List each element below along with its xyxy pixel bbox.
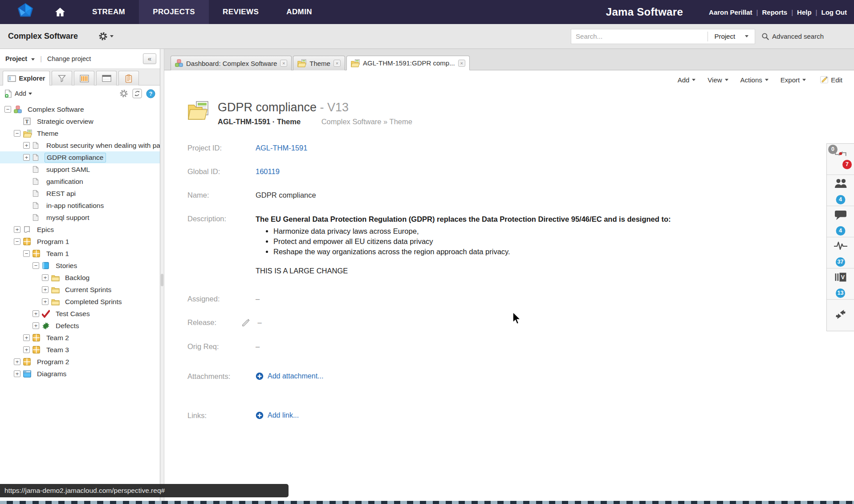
tree-settings-button[interactable] [119, 89, 128, 98]
add-link-label: Add link... [268, 411, 299, 419]
tree-item-team-3[interactable]: +Team 3 [0, 344, 160, 356]
tree-item-mysql-support[interactable]: mysql support [0, 211, 160, 224]
tree-item-label: Program 2 [35, 358, 71, 366]
actions-menu-button[interactable]: Actions [740, 76, 769, 84]
expand-expander-icon[interactable]: + [42, 286, 49, 293]
rail-connected-users-button[interactable]: 4 [827, 175, 854, 206]
user-link-help[interactable]: Help [797, 8, 812, 16]
doc-tab-theme[interactable]: Theme× [293, 56, 345, 70]
tree-item-support-saml[interactable]: support SAML [0, 163, 160, 175]
close-icon[interactable]: × [280, 60, 287, 67]
expand-expander-icon[interactable]: + [14, 370, 20, 377]
badge-count: 7 [842, 160, 852, 169]
add-button[interactable]: Add [15, 90, 26, 97]
tree-item-program-2[interactable]: +Program 2 [0, 356, 160, 368]
tree-item-label: Backlog [63, 273, 91, 282]
refresh-button[interactable] [132, 89, 142, 98]
doc-tab-dashboard-complex-software[interactable]: Dashboard: Complex Software× [171, 56, 292, 70]
home-icon[interactable] [54, 7, 66, 17]
add-link-button[interactable]: Add link... [256, 411, 299, 419]
add-menu-button[interactable]: Add [678, 76, 696, 84]
edit-release-button[interactable] [241, 318, 250, 327]
rail-versions-button[interactable]: V13 [827, 268, 854, 300]
tree-item-rest-api[interactable]: REST api [0, 187, 160, 199]
tree-item-theme[interactable]: −Theme [0, 127, 160, 139]
user-link-log-out[interactable]: Log Out [821, 8, 847, 16]
tree-item-stories[interactable]: −Stories [0, 260, 160, 272]
collapse-expander-icon[interactable]: − [14, 130, 20, 137]
expand-expander-icon[interactable]: + [23, 142, 30, 149]
tab-explorer[interactable]: Explorer [3, 71, 50, 85]
search-scope-select[interactable]: Project [708, 33, 755, 40]
tree-item-gdpr-compliance[interactable]: +GDPR compliance [0, 151, 160, 163]
nav-item-stream[interactable]: STREAM [78, 0, 139, 24]
rail-relationships-button[interactable]: 07 [827, 144, 854, 175]
close-icon[interactable]: × [458, 60, 465, 67]
expand-expander-icon[interactable]: + [23, 154, 30, 161]
expand-expander-icon[interactable]: + [33, 322, 39, 329]
tree-item-diagrams[interactable]: +Diagrams [0, 368, 160, 380]
nav-item-projects[interactable]: PROJECTS [139, 0, 209, 24]
splitter-grip[interactable] [161, 274, 163, 286]
collapse-expander-icon[interactable]: − [33, 262, 39, 269]
project-id-link[interactable]: AGL-THM-1591 [256, 144, 307, 152]
tree-item-completed-sprints[interactable]: +Completed Sprints [0, 296, 160, 308]
collapse-expander-icon[interactable]: − [23, 250, 30, 257]
tab-coverage[interactable] [74, 71, 94, 85]
nav-item-reviews[interactable]: REVIEWS [209, 0, 272, 24]
view-menu-button[interactable]: View [708, 76, 728, 84]
expand-expander-icon[interactable]: + [14, 226, 20, 233]
expand-expander-icon[interactable]: + [23, 346, 30, 353]
chevron-down-icon [110, 35, 114, 37]
doc-tab-agl-thm-1591-gdpr-comp[interactable]: AGL-THM-1591:GDPR comp...× [346, 56, 470, 70]
project-menu-button[interactable]: Project [5, 55, 35, 62]
user-link-reports[interactable]: Reports [762, 8, 788, 16]
tab-test-plans[interactable] [118, 71, 139, 85]
close-icon[interactable]: × [333, 60, 341, 67]
tree-item-program-1[interactable]: −Program 1 [0, 236, 160, 248]
project-settings-menu[interactable] [98, 32, 114, 41]
search-input[interactable] [571, 33, 708, 40]
tree-item-gamification[interactable]: gamification [0, 175, 160, 187]
svg-text:V: V [841, 274, 845, 280]
description-note: THIS IS A LARGE CHANGE [256, 267, 671, 275]
tree-item-team-1[interactable]: −Team 1 [0, 248, 160, 260]
collapse-sidebar-button[interactable]: « [143, 53, 156, 64]
tree-item-label: Diagrams [35, 370, 68, 378]
expand-expander-icon[interactable]: + [42, 274, 49, 281]
expand-expander-icon[interactable]: + [14, 358, 20, 365]
tree-item-current-sprints[interactable]: +Current Sprints [0, 284, 160, 296]
tree-item-defects[interactable]: +Defects [0, 320, 160, 332]
jama-logo-icon[interactable] [15, 2, 36, 22]
tree-item-team-2[interactable]: +Team 2 [0, 332, 160, 344]
help-button[interactable]: ? [146, 89, 155, 98]
collapse-expander-icon[interactable]: − [4, 106, 11, 113]
rail-comments-button[interactable]: 4 [827, 206, 854, 237]
tree-item-robust-security-when-dealing-with-pa[interactable]: +Robust security when dealing with pa [0, 139, 160, 151]
rail-sync-items-button[interactable] [827, 300, 854, 331]
tab-filter[interactable] [52, 71, 72, 85]
tree-item-strategic-overview[interactable]: TStrategic overview [0, 115, 160, 127]
change-project-button[interactable]: Change project [47, 55, 91, 62]
tree-item-backlog[interactable]: +Backlog [0, 272, 160, 284]
tree-item-test-cases[interactable]: +Test Cases [0, 308, 160, 320]
advanced-search-label: Advanced search [772, 33, 824, 40]
tree-item-epics[interactable]: +Epics [0, 224, 160, 236]
nav-item-admin[interactable]: ADMIN [272, 0, 326, 24]
advanced-search-link[interactable]: Advanced search [761, 33, 824, 41]
expand-expander-icon[interactable]: + [23, 334, 30, 341]
edit-button[interactable]: Edit [820, 75, 842, 84]
export-menu-button[interactable]: Export [781, 76, 806, 84]
global-id-link[interactable]: 160119 [256, 167, 280, 175]
add-attachment-button[interactable]: Add attachment... [256, 372, 323, 380]
sidebar-splitter[interactable] [160, 49, 164, 504]
expand-expander-icon[interactable]: + [33, 310, 39, 317]
rail-activity-stream-button[interactable]: 37 [827, 237, 854, 268]
user-link-aaron-perillat[interactable]: Aaron Perillat [709, 8, 752, 16]
tree-item-complex-software[interactable]: −Complex Software [0, 103, 160, 115]
user-links: Aaron Perillat|Reports|Help|Log Out [709, 8, 847, 16]
tab-views[interactable] [96, 71, 117, 85]
expand-expander-icon[interactable]: + [42, 298, 49, 305]
collapse-expander-icon[interactable]: − [14, 238, 20, 245]
tree-item-in-app-notifications[interactable]: in-app notifications [0, 199, 160, 211]
